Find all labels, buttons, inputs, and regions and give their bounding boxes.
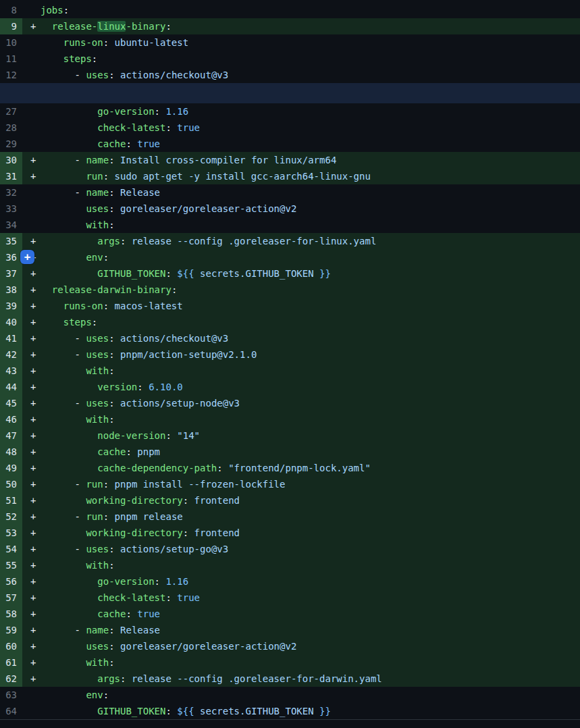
code-token: : <box>109 414 114 425</box>
line-number[interactable]: 57 <box>0 590 22 606</box>
code-token: : <box>183 495 188 506</box>
line-number[interactable]: 42 <box>0 346 22 363</box>
code-token: : <box>109 365 114 376</box>
line-number[interactable]: 61 <box>0 654 22 671</box>
line-number[interactable]: 51 <box>0 492 22 509</box>
line-number[interactable]: 47 <box>0 427 22 444</box>
diff-marker: + <box>22 395 41 411</box>
line-number[interactable]: 36 <box>0 249 22 265</box>
line-number[interactable]: 64 <box>0 703 22 719</box>
line-number[interactable]: 58 <box>0 606 22 622</box>
line-number[interactable]: 46 <box>0 411 22 427</box>
line-number[interactable]: 45 <box>0 395 22 411</box>
diff-row: 33 uses: goreleaser/goreleaser-action@v2 <box>0 201 580 217</box>
line-number[interactable]: 12 <box>0 67 22 83</box>
line-number[interactable]: 35 <box>0 233 22 249</box>
code-token: true <box>172 122 200 133</box>
line-number[interactable]: 10 <box>0 34 22 51</box>
line-number[interactable]: 33 <box>0 201 22 217</box>
diff-row: 31+ run: sudo apt-get -y install gcc-aar… <box>0 168 580 184</box>
diff-row: 40+ steps: <box>0 314 580 330</box>
code-line: run: sudo apt-get -y install gcc-aarch64… <box>41 168 580 184</box>
code-token: - <box>41 511 86 522</box>
code-token: true <box>132 138 160 149</box>
code-token: - <box>41 398 86 409</box>
code-line: working-directory: frontend <box>41 525 580 541</box>
diff-row: 50+ - run: pnpm install --frozen-lockfil… <box>0 476 580 492</box>
diff-row: 56+ go-version: 1.16 <box>0 573 580 590</box>
line-number[interactable]: 28 <box>0 120 22 136</box>
code-token: jobs <box>41 5 63 16</box>
code-token: uses <box>86 70 109 80</box>
code-token: : <box>165 592 171 603</box>
code-token: 1.16 <box>160 106 188 117</box>
line-number[interactable]: 40 <box>0 314 22 330</box>
line-number[interactable]: 54 <box>0 541 22 557</box>
code-token: Release <box>115 625 160 635</box>
line-number[interactable]: 27 <box>0 103 22 120</box>
line-number[interactable]: 43 <box>0 363 22 379</box>
line-number[interactable]: 38 <box>0 282 22 298</box>
line-number[interactable]: 9 <box>0 18 22 34</box>
code-token: : <box>63 5 69 16</box>
diff-marker: + <box>22 654 41 671</box>
code-token: - <box>41 187 86 198</box>
line-number[interactable]: 52 <box>0 509 22 525</box>
line-number[interactable]: 53 <box>0 525 22 541</box>
line-number[interactable]: 8 <box>0 2 22 18</box>
diff-row: 28 check-latest: true <box>0 120 580 136</box>
code-token: frontend <box>188 527 240 538</box>
line-number[interactable]: 56 <box>0 573 22 590</box>
code-token: : <box>109 155 114 165</box>
code-token: true <box>132 608 160 619</box>
line-number[interactable]: 49 <box>0 460 22 476</box>
code-token: check-latest <box>41 122 165 133</box>
code-line: uses: goreleaser/goreleaser-action@v2 <box>41 201 580 217</box>
line-number[interactable]: 41 <box>0 330 22 346</box>
line-number[interactable]: 37 <box>0 265 22 282</box>
expand-hidden-lines-row[interactable] <box>0 83 580 103</box>
code-token: node-version <box>41 430 165 441</box>
code-line: check-latest: true <box>41 590 580 606</box>
line-number[interactable]: 30 <box>0 152 22 168</box>
code-token: true <box>172 592 200 603</box>
add-comment-button[interactable]: + <box>20 250 34 264</box>
line-number[interactable]: 32 <box>0 184 22 201</box>
code-token: GITHUB_TOKEN <box>41 268 165 279</box>
code-token: : <box>103 690 109 700</box>
code-token: run <box>86 479 103 490</box>
line-number[interactable]: 50 <box>0 476 22 492</box>
code-token: actions/checkout@v3 <box>115 70 229 80</box>
line-number[interactable]: 11 <box>0 51 22 67</box>
code-token: runs-on <box>41 301 103 311</box>
line-number[interactable]: 39 <box>0 298 22 314</box>
line-number[interactable]: 60 <box>0 638 22 654</box>
code-line: steps: <box>41 314 580 330</box>
code-line: with: <box>41 411 580 427</box>
code-line: release-linux-binary: <box>41 18 580 34</box>
code-token: with <box>41 414 109 425</box>
line-number[interactable]: 63 <box>0 687 22 703</box>
line-number[interactable]: 44 <box>0 379 22 395</box>
diff-row: 52+ - run: pnpm release <box>0 509 580 525</box>
line-number[interactable]: 48 <box>0 444 22 460</box>
diff-row: 36+ env:+ <box>0 249 580 265</box>
code-token: : <box>109 203 114 214</box>
code-token: 6.10.0 <box>143 382 183 392</box>
diff-marker <box>22 184 41 201</box>
line-number[interactable]: 59 <box>0 622 22 638</box>
code-token: -binary <box>126 21 165 32</box>
code-token: - <box>41 479 86 490</box>
code-token: release --config .goreleaser-for-linux.y… <box>126 236 376 246</box>
line-number[interactable]: 62 <box>0 671 22 687</box>
code-token: actions/setup-go@v3 <box>115 544 229 554</box>
code-line: cache: true <box>41 606 580 622</box>
diff-row: 29 cache: true <box>0 136 580 152</box>
line-number[interactable]: 34 <box>0 217 22 233</box>
code-token: : <box>126 446 131 457</box>
line-number[interactable]: 29 <box>0 136 22 152</box>
code-token: : <box>155 106 160 117</box>
line-number[interactable]: 55 <box>0 557 22 573</box>
diff-row: 34 with: <box>0 217 580 233</box>
line-number[interactable]: 31 <box>0 168 22 184</box>
